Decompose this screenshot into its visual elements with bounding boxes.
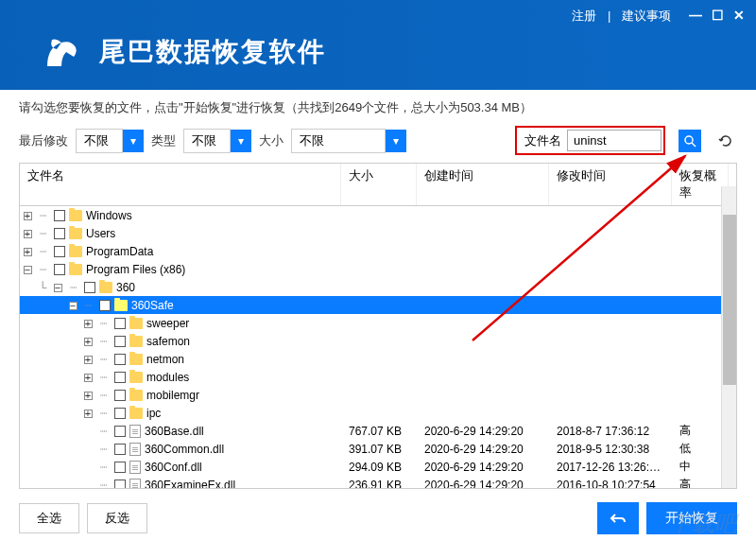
expander-icon[interactable]: − — [24, 266, 32, 274]
tree-file-row[interactable]: ┈ 360Base.dll 767.07 KB 2020-6-29 14:29:… — [20, 422, 736, 440]
tree-file-row[interactable]: ┈ 360ExamineEx.dll 236.91 KB 2020-6-29 1… — [20, 476, 736, 489]
row-checkbox[interactable] — [114, 390, 126, 401]
refresh-button[interactable] — [714, 130, 737, 152]
folder-icon — [129, 408, 143, 419]
tree-folder-row[interactable]: + ┈ ProgramData — [20, 242, 736, 260]
tree-folder-row[interactable]: + ┈ netmon — [20, 350, 736, 368]
tree-folder-row[interactable]: + ┈ ipc — [20, 404, 736, 422]
tree-folder-row[interactable]: + ┈ safemon — [20, 332, 736, 350]
folder-icon — [99, 282, 112, 293]
filter-bar: 最后修改 不限 ▾ 类型 不限 ▾ 大小 不限 ▾ 文件名 — [0, 122, 756, 163]
folder-icon — [69, 228, 82, 239]
folder-icon — [114, 300, 128, 311]
footer-bar: 全选 反选 开始恢复 — [0, 489, 756, 548]
row-checkbox[interactable] — [114, 444, 126, 455]
expander-icon[interactable]: + — [84, 320, 93, 328]
row-checkbox[interactable] — [114, 426, 126, 437]
last-modify-label: 最后修改 — [19, 132, 68, 149]
expander-icon[interactable]: − — [69, 302, 77, 310]
tree-folder-row[interactable]: + ┈ sweeper — [20, 314, 736, 332]
expander-icon[interactable]: + — [84, 338, 93, 346]
size-label: 大小 — [259, 132, 284, 149]
col-name-header[interactable]: 文件名 — [20, 164, 341, 205]
minimize-button[interactable]: — — [689, 8, 702, 23]
folder-icon — [129, 390, 143, 401]
file-icon — [129, 479, 141, 490]
search-button[interactable] — [679, 130, 701, 152]
row-checkbox[interactable] — [84, 282, 95, 293]
tree-folder-row[interactable]: └ − ┈ 360 — [20, 278, 736, 296]
tree-file-row[interactable]: ┈ 360Common.dll 391.07 KB 2020-6-29 14:2… — [20, 440, 736, 458]
tree-folder-row-selected[interactable]: − ┈ 360Safe — [20, 296, 736, 314]
col-create-header[interactable]: 创建时间 — [417, 164, 549, 205]
refresh-icon — [718, 133, 733, 148]
expander-icon[interactable]: + — [24, 248, 32, 256]
expander-icon[interactable]: + — [84, 410, 93, 418]
size-select[interactable]: 不限 — [291, 129, 386, 153]
expander-icon[interactable]: − — [54, 284, 62, 292]
folder-icon — [69, 210, 82, 221]
row-checkbox[interactable] — [99, 300, 111, 311]
row-checkbox[interactable] — [54, 246, 65, 257]
expander-icon[interactable]: + — [84, 392, 93, 400]
search-input[interactable] — [567, 130, 662, 151]
close-button[interactable]: ✕ — [733, 8, 745, 23]
col-modify-header[interactable]: 修改时间 — [549, 164, 672, 205]
link-divider: | — [608, 9, 610, 23]
row-checkbox[interactable] — [54, 264, 65, 275]
vertical-scrollbar[interactable] — [721, 186, 736, 488]
row-checkbox[interactable] — [114, 372, 126, 383]
file-icon — [129, 425, 141, 438]
folder-icon — [129, 318, 143, 329]
maximize-button[interactable]: ☐ — [712, 8, 724, 23]
row-checkbox[interactable] — [114, 336, 126, 347]
folder-icon — [129, 372, 143, 383]
tree-folder-row[interactable]: + ┈ modules — [20, 368, 736, 386]
row-checkbox[interactable] — [114, 318, 126, 329]
type-label: 类型 — [151, 132, 176, 149]
table-header: 文件名 大小 创建时间 修改时间 恢复概率 — [20, 164, 736, 206]
start-recovery-button[interactable]: 开始恢复 — [646, 502, 737, 534]
suggestions-link[interactable]: 建议事项 — [622, 9, 671, 23]
chevron-down-icon[interactable]: ▾ — [123, 130, 144, 152]
search-icon — [683, 134, 696, 148]
last-modify-select[interactable]: 不限 — [76, 129, 123, 153]
row-checkbox[interactable] — [114, 462, 126, 473]
col-size-header[interactable]: 大小 — [341, 164, 417, 205]
instruction-text: 请勾选您要恢复的文件，点击"开始恢复"进行恢复（共找到2649个文件，总大小为5… — [0, 90, 756, 122]
scrollbar-thumb[interactable] — [723, 215, 736, 385]
file-table: 文件名 大小 创建时间 修改时间 恢复概率 + ┈ Windows + ┈ Us… — [19, 163, 737, 489]
app-logo-icon — [38, 28, 85, 76]
type-select[interactable]: 不限 — [183, 129, 231, 153]
tree-folder-row[interactable]: + ┈ Windows — [20, 206, 736, 224]
undo-button[interactable] — [597, 502, 639, 534]
select-all-button[interactable]: 全选 — [19, 503, 79, 533]
row-checkbox[interactable] — [54, 228, 65, 239]
row-checkbox[interactable] — [114, 408, 126, 419]
app-title: 尾巴数据恢复软件 — [99, 34, 326, 70]
expander-icon[interactable]: + — [84, 356, 93, 364]
chevron-down-icon[interactable]: ▾ — [231, 130, 251, 152]
window-controls: — ☐ ✕ — [689, 8, 745, 23]
undo-icon — [610, 512, 627, 525]
file-icon — [129, 461, 141, 474]
svg-line-1 — [692, 143, 696, 147]
tree-file-row[interactable]: ┈ 360Conf.dll 294.09 KB 2020-6-29 14:29:… — [20, 458, 736, 476]
col-rate-header[interactable]: 恢复概率 — [672, 164, 729, 205]
row-checkbox[interactable] — [54, 210, 65, 221]
tree-folder-row[interactable]: + ┈ Users — [20, 224, 736, 242]
expander-icon[interactable]: + — [24, 212, 32, 220]
search-area: 文件名 — [515, 126, 665, 155]
expander-icon[interactable]: + — [84, 374, 93, 382]
folder-icon — [69, 246, 82, 257]
register-link[interactable]: 注册 — [572, 9, 596, 23]
top-links: 注册 | 建议事项 — [572, 8, 671, 25]
folder-icon — [69, 264, 82, 275]
row-checkbox[interactable] — [114, 354, 126, 365]
expander-icon[interactable]: + — [24, 230, 32, 238]
chevron-down-icon[interactable]: ▾ — [386, 130, 406, 152]
row-checkbox[interactable] — [114, 480, 126, 490]
tree-folder-row[interactable]: + ┈ mobilemgr — [20, 386, 736, 404]
invert-selection-button[interactable]: 反选 — [87, 503, 147, 533]
tree-folder-row[interactable]: − ┈ Program Files (x86) — [20, 260, 736, 278]
